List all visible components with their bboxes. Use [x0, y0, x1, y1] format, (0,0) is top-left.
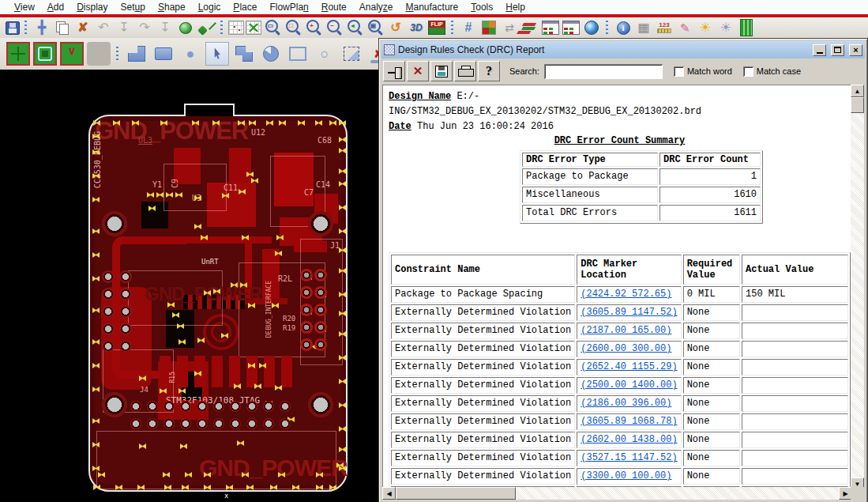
- cut-down-icon[interactable]: ↧: [115, 19, 133, 36]
- through-hole-pad: [300, 286, 313, 299]
- delete-icon[interactable]: ✘: [73, 19, 92, 36]
- menu-display[interactable]: Display: [70, 1, 114, 13]
- match-case-option[interactable]: Match case: [743, 66, 801, 77]
- minimize-button[interactable]: [813, 44, 826, 56]
- shape-void-icon[interactable]: [60, 42, 84, 66]
- menu-shape[interactable]: Shape: [152, 1, 192, 13]
- zoom-previous-icon[interactable]: ◂: [345, 19, 364, 36]
- view-3d-icon[interactable]: 3D: [407, 19, 426, 36]
- add-arc-icon[interactable]: [259, 42, 283, 66]
- color-dialog-icon[interactable]: [479, 19, 498, 36]
- drc-marker-link[interactable]: (3605.89 1147.52): [581, 307, 677, 318]
- drc-marker-link[interactable]: (2187.00 165.00): [581, 325, 671, 336]
- menu-logic[interactable]: Logic: [192, 1, 227, 13]
- menu-tools[interactable]: Tools: [464, 1, 499, 13]
- scroll-left-button[interactable]: ◀: [382, 487, 396, 500]
- error-type-cell: Miscellaneous: [522, 187, 658, 203]
- menu-place[interactable]: Place: [227, 1, 263, 13]
- shape-copy-icon[interactable]: [232, 42, 256, 66]
- menu-flowplan[interactable]: FlowPlan: [263, 1, 314, 13]
- shadow-on-icon[interactable]: ☀: [696, 19, 715, 36]
- web-icon[interactable]: [582, 19, 601, 36]
- zoom-fit-icon[interactable]: ▣: [366, 19, 385, 36]
- drc-marker-link[interactable]: (2186.00 396.00): [581, 398, 671, 409]
- help-button[interactable]: ?: [478, 61, 500, 81]
- select-cursor-icon[interactable]: [205, 42, 229, 66]
- pcb-label-j4: J4: [140, 386, 148, 394]
- match-word-checkbox[interactable]: [674, 66, 684, 77]
- zoom-in-icon[interactable]: +: [304, 19, 323, 36]
- element-info-icon[interactable]: ▦: [634, 19, 653, 36]
- horizontal-scrollbar[interactable]: ◀ ▶: [382, 487, 852, 500]
- info-icon[interactable]: i: [614, 19, 633, 36]
- through-hole-pad: [230, 418, 241, 429]
- shape-add-icon[interactable]: [6, 42, 30, 66]
- match-case-checkbox[interactable]: [743, 66, 753, 77]
- print-report-button[interactable]: [454, 61, 476, 81]
- board-routes-icon[interactable]: [246, 21, 261, 35]
- zoom-area-icon[interactable]: ▭: [263, 19, 282, 36]
- shape-gray-icon[interactable]: [87, 42, 111, 66]
- menu-route[interactable]: Route: [315, 1, 353, 13]
- zoom-out-icon[interactable]: −: [325, 19, 344, 36]
- drc-marker-link[interactable]: (3527.15 1147.52): [581, 452, 677, 463]
- copy-icon[interactable]: [53, 19, 72, 36]
- shadow-dim-icon[interactable]: ☀: [716, 19, 735, 36]
- required-value-cell: None: [683, 341, 740, 357]
- save-icon[interactable]: [6, 21, 20, 35]
- menu-help[interactable]: Help: [499, 1, 532, 13]
- maximize-button[interactable]: [831, 44, 844, 56]
- drc-marker-link[interactable]: (2652.40 1155.29): [581, 361, 677, 372]
- drc-report-content[interactable]: Design Name E:/- ING/STM32_DEBUG_EX_2013…: [382, 85, 852, 490]
- pin-icon[interactable]: [197, 19, 216, 36]
- menu-manufacture[interactable]: Manufacture: [400, 1, 465, 13]
- menu-setup[interactable]: Setup: [115, 1, 152, 13]
- dfa-check-icon[interactable]: DFA: [562, 19, 581, 36]
- view-last-icon[interactable]: ↺: [386, 19, 405, 36]
- drc-marker-link[interactable]: (3605.89 1068.78): [581, 416, 677, 427]
- zoom-select-icon[interactable]: □: [284, 19, 302, 36]
- menu-view[interactable]: View: [8, 1, 41, 13]
- vertical-scroll-thumb[interactable]: [851, 97, 864, 113]
- drc-window-titlebar[interactable]: Design Rules Check (DRC) Report ×: [381, 41, 865, 59]
- menu-add[interactable]: Add: [41, 1, 70, 13]
- add-rect-icon[interactable]: [152, 42, 175, 66]
- constraint-manager-icon[interactable]: CM: [541, 19, 560, 36]
- add-polygon-icon[interactable]: [125, 42, 148, 66]
- rect-outline-icon[interactable]: [286, 42, 310, 66]
- board-ratsnest-icon[interactable]: [228, 21, 244, 35]
- search-input[interactable]: [544, 64, 663, 79]
- cross-section-icon[interactable]: [520, 19, 539, 36]
- scroll-up-button[interactable]: ▲: [851, 85, 864, 97]
- close-report-button[interactable]: ✕: [407, 61, 429, 81]
- horizontal-scroll-thumb[interactable]: [396, 487, 516, 500]
- stripe-edge-icon[interactable]: [737, 19, 756, 36]
- circle-outline-icon[interactable]: ○: [313, 42, 336, 66]
- paste-down-icon[interactable]: ↧: [156, 19, 175, 36]
- shape-select-icon[interactable]: [33, 42, 57, 66]
- select-area-icon[interactable]: [340, 42, 363, 66]
- match-word-option[interactable]: Match word: [674, 66, 732, 77]
- undo-icon[interactable]: ↶: [94, 19, 113, 36]
- drc-marker-link[interactable]: (2500.00 1400.00): [581, 379, 677, 391]
- pin-window-button[interactable]: [383, 61, 405, 81]
- menu-analyze[interactable]: Analyze: [353, 1, 400, 13]
- pcb-label-c11: C11: [224, 183, 238, 192]
- measure-icon[interactable]: 123: [655, 19, 674, 36]
- highlight-icon[interactable]: [176, 19, 195, 36]
- drc-marker-link[interactable]: (2600.00 300.00): [581, 343, 671, 354]
- layer-swap-icon[interactable]: ⇄: [500, 19, 519, 36]
- redo-icon[interactable]: ↷: [135, 19, 154, 36]
- move-icon[interactable]: ╋: [32, 19, 51, 36]
- through-hole-pad: [314, 338, 327, 351]
- save-report-button[interactable]: [430, 61, 453, 81]
- flip-design-icon[interactable]: [427, 19, 446, 36]
- grid-toggle-icon[interactable]: #: [459, 19, 478, 36]
- dehilight-icon[interactable]: ✐: [676, 18, 693, 37]
- drc-marker-link[interactable]: (2424.92 572.65): [581, 289, 671, 300]
- drc-marker-link[interactable]: (3300.00 100.00): [581, 470, 671, 481]
- vertical-scrollbar[interactable]: ▲ ▼: [851, 85, 864, 490]
- close-button[interactable]: ×: [849, 44, 862, 56]
- add-circle-icon[interactable]: ●: [178, 42, 202, 66]
- drc-marker-link[interactable]: (2602.00 1438.00): [581, 434, 677, 445]
